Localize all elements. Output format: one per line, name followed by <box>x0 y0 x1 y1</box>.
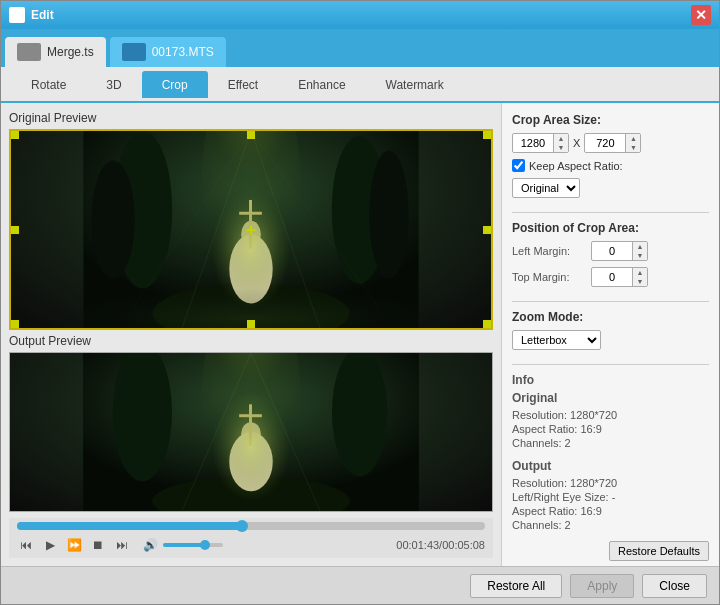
tab-watermark[interactable]: Watermark <box>366 71 464 98</box>
bottom-bar: Restore All Apply Close <box>1 566 719 604</box>
close-window-button[interactable]: ✕ <box>691 5 711 25</box>
svg-point-32 <box>212 393 291 502</box>
crop-crosshair: + <box>246 219 257 240</box>
width-input[interactable]: ▲ ▼ <box>512 133 569 153</box>
crop-handle-tl[interactable] <box>11 131 19 139</box>
app-icon <box>9 7 25 23</box>
height-up-arrow[interactable]: ▲ <box>626 134 640 143</box>
top-margin-label: Top Margin: <box>512 271 587 283</box>
main-content: Original Preview <box>1 103 719 566</box>
zoom-mode-title: Zoom Mode: <box>512 310 709 324</box>
crop-size-row: ▲ ▼ X ▲ ▼ <box>512 133 709 153</box>
fast-forward-button[interactable]: ⏩ <box>65 536 83 554</box>
original-preview: + <box>9 129 493 330</box>
left-margin-up[interactable]: ▲ <box>633 242 647 251</box>
left-panel: Original Preview <box>1 103 501 566</box>
height-input[interactable]: ▲ ▼ <box>584 133 641 153</box>
tab-rotate[interactable]: Rotate <box>11 71 86 98</box>
original-channels: Channels: 2 <box>512 437 709 449</box>
zoom-mode-row: Letterbox Pan & Scan Full <box>512 330 709 350</box>
top-margin-input[interactable]: ▲ ▼ <box>591 267 648 287</box>
width-up-arrow[interactable]: ▲ <box>554 134 568 143</box>
crop-handle-bl[interactable] <box>11 320 19 328</box>
time-display: 00:01:43/00:05:08 <box>396 539 485 551</box>
info-title: Info <box>512 373 709 387</box>
divider-1 <box>512 212 709 213</box>
tab-effect[interactable]: Effect <box>208 71 278 98</box>
output-preview <box>9 352 493 512</box>
left-margin-value[interactable] <box>592 244 632 258</box>
skip-back-button[interactable]: ⏮ <box>17 536 35 554</box>
restore-all-button[interactable]: Restore All <box>470 574 562 598</box>
crop-handle-br[interactable] <box>483 320 491 328</box>
left-margin-arrows: ▲ ▼ <box>632 242 647 260</box>
apply-button[interactable]: Apply <box>570 574 634 598</box>
file-tab-thumb-2 <box>122 43 146 61</box>
left-margin-down[interactable]: ▼ <box>633 251 647 260</box>
top-margin-down[interactable]: ▼ <box>633 277 647 286</box>
aspect-select[interactable]: Original 4:3 16:9 1:1 <box>512 178 580 198</box>
restore-defaults-button[interactable]: Restore Defaults <box>609 541 709 561</box>
height-down-arrow[interactable]: ▼ <box>626 143 640 152</box>
left-margin-label: Left Margin: <box>512 245 587 257</box>
top-margin-value[interactable] <box>592 270 632 284</box>
tab-3d[interactable]: 3D <box>86 71 141 98</box>
top-margin-row: Top Margin: ▲ ▼ <box>512 267 709 287</box>
right-panel: Crop Area Size: ▲ ▼ X ▲ ▼ <box>501 103 719 566</box>
crop-handle-ml[interactable] <box>11 226 19 234</box>
output-image <box>10 353 492 511</box>
volume-bar[interactable] <box>163 543 223 547</box>
volume-area: 🔊 <box>141 536 223 554</box>
keep-aspect-label: Keep Aspect Ratio: <box>529 160 623 172</box>
keep-aspect-checkbox[interactable] <box>512 159 525 172</box>
divider-2 <box>512 301 709 302</box>
width-value[interactable] <box>513 136 553 150</box>
svg-rect-1 <box>18 10 22 14</box>
position-title: Position of Crop Area: <box>512 221 709 235</box>
crop-handle-tr[interactable] <box>483 131 491 139</box>
output-scene-svg <box>10 353 492 511</box>
nav-tabs-bar: Rotate 3D Crop Effect Enhance Watermark <box>1 67 719 103</box>
output-resolution: Resolution: 1280*720 <box>512 477 709 489</box>
volume-icon[interactable]: 🔊 <box>141 536 159 554</box>
progress-thumb[interactable] <box>236 520 248 532</box>
file-tab-thumb <box>17 43 41 61</box>
svg-point-8 <box>91 161 134 279</box>
output-info-title: Output <box>512 459 709 473</box>
svg-rect-3 <box>18 16 22 20</box>
file-tab-mts[interactable]: 00173.MTS <box>110 37 226 67</box>
height-value[interactable] <box>585 136 625 150</box>
info-section: Info Original Resolution: 1280*720 Aspec… <box>512 373 709 451</box>
aspect-option-row: Original 4:3 16:9 1:1 <box>512 178 709 198</box>
left-margin-row: Left Margin: ▲ ▼ <box>512 241 709 261</box>
tab-enhance[interactable]: Enhance <box>278 71 365 98</box>
window-title: Edit <box>31 8 691 22</box>
original-info-title: Original <box>512 391 709 405</box>
height-arrows: ▲ ▼ <box>625 134 640 152</box>
play-button[interactable]: ▶ <box>41 536 59 554</box>
file-tab-merge[interactable]: Merge.ts <box>5 37 106 67</box>
close-button[interactable]: Close <box>642 574 707 598</box>
file-tab-label: Merge.ts <box>47 45 94 59</box>
crop-handle-bm[interactable] <box>247 320 255 328</box>
output-channels: Channels: 2 <box>512 519 709 531</box>
crop-handle-tm[interactable] <box>247 131 255 139</box>
crop-handle-mr[interactable] <box>483 226 491 234</box>
original-resolution: Resolution: 1280*720 <box>512 409 709 421</box>
output-preview-label: Output Preview <box>9 334 493 348</box>
progress-bar[interactable] <box>17 522 485 530</box>
stop-button[interactable]: ⏹ <box>89 536 107 554</box>
top-margin-up[interactable]: ▲ <box>633 268 647 277</box>
tab-crop[interactable]: Crop <box>142 71 208 98</box>
volume-thumb[interactable] <box>200 540 210 550</box>
width-down-arrow[interactable]: ▼ <box>554 143 568 152</box>
title-bar: Edit ✕ <box>1 1 719 29</box>
left-margin-input[interactable]: ▲ ▼ <box>591 241 648 261</box>
skip-forward-button[interactable]: ⏭ <box>113 536 131 554</box>
original-preview-label: Original Preview <box>9 111 493 125</box>
original-aspect: Aspect Ratio: 16:9 <box>512 423 709 435</box>
zoom-mode-select[interactable]: Letterbox Pan & Scan Full <box>512 330 601 350</box>
file-tabs-bar: Merge.ts 00173.MTS <box>1 29 719 67</box>
output-aspect: Aspect Ratio: 16:9 <box>512 505 709 517</box>
file-tab-label-2: 00173.MTS <box>152 45 214 59</box>
